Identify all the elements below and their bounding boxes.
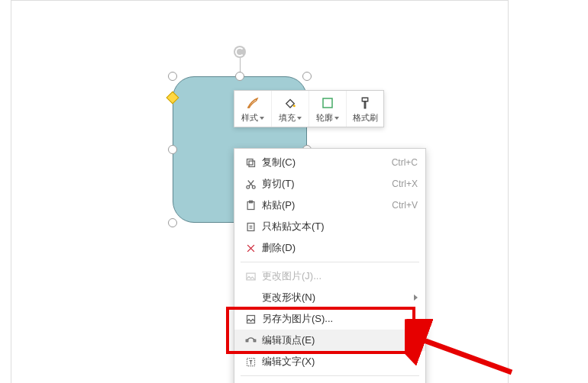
menu-edit-points-label: 编辑顶点(E) [259,333,418,347]
chevron-down-icon [297,117,302,120]
menu-save-as-image[interactable]: 另存为图片(S)... [234,308,425,330]
style-dropdown[interactable]: 样式 [234,91,271,127]
menu-font[interactable]: 字体(F)... [234,379,425,383]
outline-label: 轮廓 [316,112,333,124]
edit-text-icon [242,356,259,368]
format-painter-label: 格式刷 [353,112,378,124]
menu-cut[interactable]: 剪切(T) Ctrl+X [234,173,425,195]
menu-edit-points[interactable]: 编辑顶点(E) [234,330,425,351]
resize-handle-ml[interactable] [168,145,177,154]
resize-handle-tr[interactable] [302,72,312,81]
svg-rect-3 [249,161,255,167]
menu-edit-text-label: 编辑文字(X) [259,355,418,369]
brush-icon [245,95,260,111]
menu-separator [241,375,419,376]
image-icon [242,271,259,282]
save-image-icon [242,314,259,325]
menu-cut-label: 剪切(T) [259,177,392,191]
menu-change-image: 更改图片(J)... [234,266,425,287]
chevron-down-icon [260,117,264,120]
format-painter-button[interactable]: 格式刷 [346,91,383,127]
svg-rect-1 [323,98,332,108]
context-menu: 复制(C) Ctrl+C 剪切(T) Ctrl+X 粘贴(P) Ctrl+V 只… [234,148,426,383]
menu-cut-shortcut: Ctrl+X [392,179,418,189]
cut-icon [242,179,259,190]
menu-delete[interactable]: 删除(D) [234,237,425,259]
menu-paste-text-label: 只粘贴文本(T) [259,220,418,233]
resize-handle-tl[interactable] [168,72,177,81]
rotate-handle-icon[interactable] [234,46,246,58]
svg-rect-8 [247,223,254,230]
menu-copy[interactable]: 复制(C) Ctrl+C [234,152,425,173]
svg-rect-2 [247,159,253,165]
paste-icon [242,200,259,211]
delete-icon [242,243,259,254]
menu-paste-text[interactable]: 只粘贴文本(T) [234,216,425,237]
mini-toolbar: 样式 填充 轮廓 格式刷 [234,90,384,127]
chevron-right-icon [414,294,418,301]
svg-point-0 [293,105,296,107]
menu-paste[interactable]: 粘贴(P) Ctrl+V [234,195,425,216]
menu-separator [241,262,419,262]
chevron-down-icon [334,117,339,120]
menu-change-shape-label: 更改形状(N) [259,291,409,304]
menu-delete-label: 删除(D) [259,241,418,255]
fill-dropdown[interactable]: 填充 [271,91,309,127]
copy-icon [242,157,259,169]
resize-handle-bl[interactable] [168,218,177,227]
menu-paste-shortcut: Ctrl+V [392,200,418,211]
bucket-icon [283,95,298,111]
menu-paste-label: 粘贴(P) [259,198,392,212]
menu-copy-label: 复制(C) [259,156,392,169]
fill-label: 填充 [279,112,296,124]
paste-text-icon [242,221,259,233]
outline-dropdown[interactable]: 轮廓 [309,91,346,127]
menu-copy-shortcut: Ctrl+C [392,157,418,168]
format-painter-icon [357,95,373,111]
menu-save-as-image-label: 另存为图片(S)... [259,312,418,326]
menu-edit-text[interactable]: 编辑文字(X) [234,351,425,372]
resize-handle-tm[interactable] [235,72,244,81]
style-label: 样式 [241,112,258,124]
svg-rect-10 [247,315,254,323]
menu-change-shape[interactable]: 更改形状(N) [234,287,425,308]
edit-points-icon [242,335,259,346]
outline-icon [320,95,335,111]
menu-change-image-label: 更改图片(J)... [259,269,418,283]
